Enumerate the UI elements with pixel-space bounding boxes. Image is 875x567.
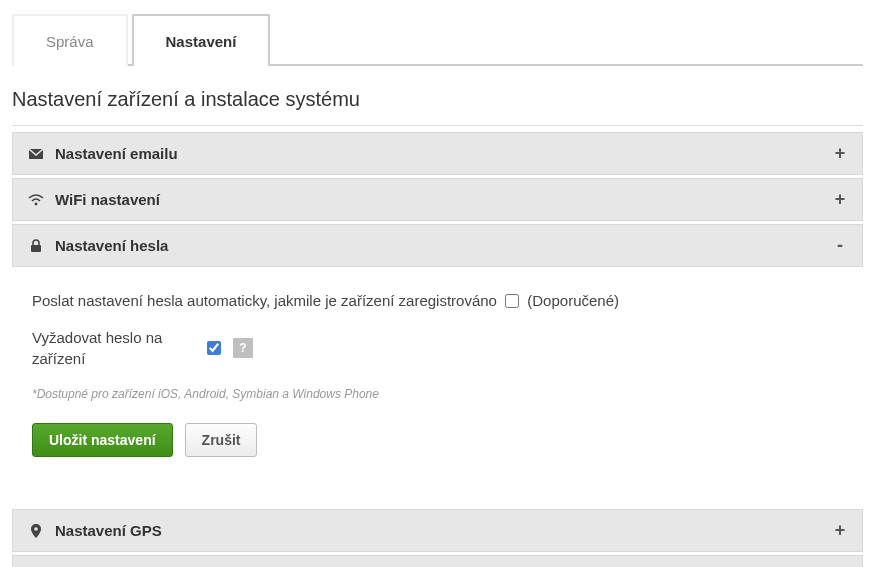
section-email-title: Nastavení emailu	[55, 145, 178, 162]
page-title: Nastavení zařízení a instalace systému	[12, 88, 863, 111]
expand-icon: +	[832, 143, 848, 164]
save-button-label: Uložit nastavení	[49, 432, 156, 448]
auto-send-row: Poslat nastavení hesla automaticky, jakm…	[32, 292, 843, 309]
button-row: Uložit nastavení Zrušit	[32, 423, 843, 457]
save-button[interactable]: Uložit nastavení	[32, 423, 173, 457]
section-ios[interactable]: iOS nastavení +	[12, 555, 863, 567]
require-row: Vyžadovat heslo na zařízení ?	[32, 327, 843, 369]
section-email[interactable]: Nastavení emailu +	[12, 132, 863, 175]
tab-admin[interactable]: Správa	[12, 14, 128, 66]
expand-icon: +	[832, 189, 848, 210]
separator	[12, 125, 863, 126]
lock-icon	[27, 237, 45, 255]
auto-send-checkbox[interactable]	[505, 294, 519, 308]
section-wifi[interactable]: WiFi nastavení +	[12, 178, 863, 221]
svg-point-3	[34, 527, 38, 531]
section-wifi-title: WiFi nastavení	[55, 191, 160, 208]
require-label: Vyžadovat heslo na zařízení	[32, 327, 207, 369]
cancel-button-label: Zrušit	[202, 432, 241, 448]
mail-icon	[27, 145, 45, 163]
section-gps-title: Nastavení GPS	[55, 522, 162, 539]
help-button[interactable]: ?	[233, 338, 253, 358]
require-checkbox[interactable]	[207, 341, 221, 355]
availability-note: *Dostupné pro zařízení iOS, Android, Sym…	[32, 387, 843, 401]
tab-bar: Správa Nastavení	[12, 12, 863, 66]
cancel-button[interactable]: Zrušit	[185, 423, 258, 457]
tab-filler	[274, 12, 863, 64]
wifi-icon	[27, 191, 45, 209]
tab-settings[interactable]: Nastavení	[132, 14, 271, 66]
collapse-icon: -	[832, 235, 848, 256]
section-gps[interactable]: Nastavení GPS +	[12, 509, 863, 552]
svg-rect-2	[31, 245, 41, 252]
password-panel: Poslat nastavení hesla automaticky, jakm…	[12, 270, 863, 481]
section-password-title: Nastavení hesla	[55, 237, 168, 254]
tab-admin-label: Správa	[46, 33, 94, 50]
auto-send-label: Poslat nastavení hesla automaticky, jakm…	[32, 292, 497, 309]
auto-send-recommended: (Doporučené)	[527, 292, 619, 309]
expand-icon: +	[832, 520, 848, 541]
help-icon: ?	[239, 341, 246, 355]
svg-point-1	[35, 202, 38, 205]
tab-settings-label: Nastavení	[166, 33, 237, 50]
location-icon	[27, 522, 45, 540]
section-password[interactable]: Nastavení hesla -	[12, 224, 863, 267]
